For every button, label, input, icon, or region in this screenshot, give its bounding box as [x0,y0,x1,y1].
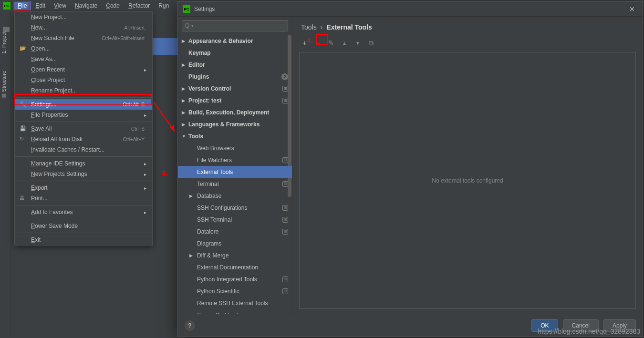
menu-refactor[interactable]: Refactor [124,1,154,10]
move-down-button[interactable]: ▼ [353,38,363,48]
settings-tree-item[interactable]: SSH Configurations⊡ [178,202,292,214]
annotation-label-4: 4. [307,36,313,44]
menu-item-label: Export [31,184,48,191]
file-menu-item[interactable]: Rename Project... [15,85,152,96]
save-icon: 💾 [20,125,26,132]
tree-item-label: Languages & Frameworks [188,121,260,128]
edit-button[interactable]: ✎ [326,38,336,48]
menu-item-label: Power Save Mode [31,223,78,229]
chevron-down-icon: ▼ [182,134,186,139]
settings-tree-item[interactable]: ▶Project: test⊡ [178,94,292,106]
file-menu-item[interactable]: Close Project [15,75,152,85]
menu-item-shortcut: Ctrl+S [131,126,146,132]
tool-window-structure[interactable]: Structure [0,67,8,102]
tree-item-label: Version Control [188,85,231,92]
help-button[interactable]: ? [185,320,195,331]
chevron-right-icon: ▶ [182,62,185,67]
settings-tree-item[interactable]: ▶Database [178,190,292,202]
wrench-icon: 🔧 [20,101,26,108]
close-icon[interactable]: ✕ [625,3,639,15]
settings-tree-item[interactable]: ▶Languages & Frameworks [178,118,292,130]
file-menu-item[interactable]: 📂Open... [15,43,152,54]
menu-edit[interactable]: Edit [31,1,50,10]
menu-item-label: New Scratch File [31,35,74,41]
project-scope-icon: ⊡ [282,205,288,211]
menu-item-shortcut: Ctrl+Alt+S [123,102,146,107]
chevron-right-icon: ▸ [144,67,146,72]
move-up-button[interactable]: ▲ [339,38,350,48]
search-input[interactable] [196,22,285,29]
chevron-right-icon: › [321,23,323,31]
file-menu-item[interactable]: Save As... [15,54,152,64]
file-menu-item[interactable]: ↻Reload All from DiskCtrl+Alt+Y [15,134,152,144]
tree-item-label: Terminal [197,181,218,187]
tree-item-label: Project: test [188,97,221,104]
settings-search[interactable]: Q ▾ [182,20,288,31]
settings-tree-item[interactable]: Keymap [178,47,292,59]
file-menu-item[interactable]: Power Save Mode [15,221,152,231]
tool-window-project[interactable]: 1: Project [0,28,8,57]
file-menu-item[interactable]: 💾Save AllCtrl+S [15,123,152,134]
settings-tree-item[interactable]: Server Certificates [178,309,292,314]
file-menu-item[interactable]: New...Alt+Insert [15,22,152,33]
settings-tree-item[interactable]: ▶Build, Execution, Deployment [178,106,292,118]
menu-item-label: Invalidate Caches / Restart... [31,146,104,153]
menu-item-label: Rename Project... [31,87,77,94]
menu-item-shortcut: Alt+Insert [124,25,146,31]
file-menu-item[interactable]: File Properties▸ [15,110,152,120]
file-menu-item[interactable]: Open Recent▸ [15,64,152,75]
file-menu-item[interactable]: Manage IDE Settings▸ [15,158,152,169]
settings-tree-item[interactable]: Diagrams [178,237,292,249]
settings-tree-item[interactable]: ▶Diff & Merge [178,249,292,261]
settings-tree-item[interactable]: ▼Tools [178,130,292,142]
settings-tree-item[interactable]: Datalore⊡ [178,225,292,237]
menu-separator [15,156,152,157]
file-menu-item[interactable]: Exit [15,235,152,245]
file-menu-item[interactable]: Invalidate Caches / Restart... [15,144,152,155]
settings-tree-item[interactable]: ▶Appearance & Behavior [178,35,292,47]
settings-tree-item[interactable]: ▶Editor [178,59,292,71]
menu-item-label: Add to Favorites [31,209,73,215]
tree-item-label: Build, Execution, Deployment [188,109,269,116]
menu-view[interactable]: View [50,1,71,10]
menu-separator [15,219,152,219]
settings-tree-item[interactable]: Terminal⊡ [178,178,292,190]
settings-tree-item[interactable]: ▶Version Control⊡ [178,82,292,94]
file-menu-item[interactable]: Add to Favorites▸ [15,207,152,217]
settings-tree-item[interactable]: File Watchers⊡ [178,154,292,166]
menu-item-shortcut: Ctrl+Alt+Y [123,137,146,142]
print-icon: 🖶 [20,195,26,202]
menu-item-label: Settings... [31,101,56,108]
settings-tree-item[interactable]: External Tools [178,166,292,178]
settings-tree-item[interactable]: Web Browsers [178,142,292,154]
settings-tree-item[interactable]: Python Integrated Tools⊡ [178,273,292,285]
settings-tree-item[interactable]: SSH Terminal⊡ [178,214,292,225]
settings-tree-item[interactable]: External Documentation [178,261,292,273]
file-menu-item[interactable]: New Projects Settings▸ [15,169,152,179]
settings-tree-item[interactable]: Python Scientific⊡ [178,285,292,297]
settings-tree-item[interactable]: Remote SSH External Tools [178,297,292,309]
copy-button[interactable]: ⧉ [366,38,376,48]
dialog-title: Settings [194,6,215,12]
clear-icon: ▾ [191,23,194,28]
svg-line-0 [154,102,175,132]
menu-code[interactable]: Code [102,1,124,10]
menu-run[interactable]: Run [154,1,173,10]
breadcrumb-root[interactable]: Tools [301,23,317,31]
project-scope-icon: ⊡ [282,157,288,163]
settings-tree-item[interactable]: Plugins2 [178,71,292,82]
menu-navigate[interactable]: Navigate [71,1,102,10]
file-menu-item[interactable]: New Scratch FileCtrl+Alt+Shift+Insert [15,33,152,43]
tree-item-label: Appearance & Behavior [188,38,253,44]
chevron-right-icon: ▶ [182,86,185,91]
file-menu-item[interactable]: New Project... [15,12,152,22]
file-menu-item[interactable]: 🖶Print... [15,193,152,204]
file-menu-item[interactable]: Export▸ [15,183,152,193]
menu-file[interactable]: File [13,1,31,10]
chevron-right-icon: ▶ [182,98,185,103]
project-scope-icon: ⊡ [282,86,288,92]
remove-button[interactable]: − [312,38,323,48]
tool-window-structure-label: Structure [1,71,7,92]
file-menu-item[interactable]: 🔧Settings...Ctrl+Alt+S [15,99,152,110]
tree-item-label: Diagrams [197,240,221,247]
